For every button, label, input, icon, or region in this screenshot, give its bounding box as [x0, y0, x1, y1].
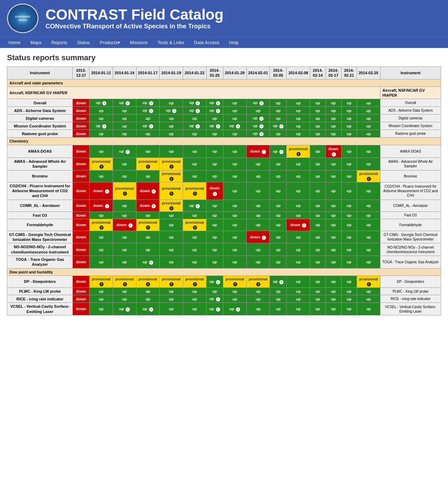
cell-rice-14[interactable]: up	[341, 295, 357, 303]
cell-plwc-9[interactable]: up	[246, 287, 270, 295]
info-icon[interactable]: i	[196, 101, 200, 105]
cell-toga-15[interactable]: up	[357, 256, 380, 269]
cell-radome-14[interactable]: up	[341, 130, 357, 138]
info-icon[interactable]: i	[169, 282, 174, 286]
cell-form-11[interactable]: down i	[287, 219, 310, 231]
cell-overall-11[interactable]: up	[287, 99, 310, 107]
cell-awas-15[interactable]: up	[357, 158, 380, 171]
info-icon[interactable]: i	[193, 192, 197, 196]
cell-co2ch4-7[interactable]: down i	[206, 182, 223, 200]
cell-rice-7[interactable]: up i	[206, 295, 223, 303]
cell-fasto3-7[interactable]: up	[206, 211, 223, 219]
cell-co2ch4-4[interactable]: down i	[136, 182, 160, 200]
info-icon[interactable]: i	[152, 189, 156, 194]
cell-fasto3-9[interactable]: up	[246, 211, 270, 219]
cell-ads-15[interactable]: up	[357, 107, 380, 114]
cell-toga-10[interactable]: up	[270, 256, 287, 269]
info-icon[interactable]: i	[123, 192, 127, 196]
cell-toga-5[interactable]: up	[160, 256, 183, 269]
cell-awas-2[interactable]: provisional i	[90, 158, 113, 171]
cell-vcsel-1[interactable]: down	[73, 303, 90, 315]
cell-form-4[interactable]: provisional i	[136, 219, 160, 231]
cell-gtcims-2[interactable]: up	[90, 231, 113, 243]
info-icon[interactable]: i	[216, 307, 220, 312]
info-icon[interactable]: i	[126, 101, 130, 105]
cell-bromine-7[interactable]: up	[206, 170, 223, 182]
cell-cameras-9[interactable]: up i	[246, 114, 270, 122]
cell-dp-13[interactable]: up	[326, 276, 341, 287]
info-icon[interactable]: i	[216, 280, 220, 284]
cell-cameras-7[interactable]: up	[206, 114, 223, 122]
cell-radome-1[interactable]: down	[73, 130, 90, 138]
cell-gtcims-9[interactable]: down i	[246, 231, 270, 243]
cell-gtcims-7[interactable]: up	[206, 231, 223, 243]
nav-home[interactable]: Home	[4, 37, 26, 48]
cell-toga-6[interactable]: up	[183, 256, 206, 269]
cell-comr-7[interactable]: up	[206, 200, 223, 211]
cell-awas-4[interactable]: provisional i	[136, 158, 160, 171]
cell-comr-9[interactable]: up	[246, 200, 270, 211]
cell-cameras-8[interactable]: up	[223, 114, 246, 122]
cell-vcsel-7[interactable]: up i	[206, 303, 223, 315]
cell-nono2-1[interactable]: down	[73, 243, 90, 256]
cell-gtcims-13[interactable]: up	[326, 231, 341, 243]
cell-co2ch4-11[interactable]: up	[287, 182, 310, 200]
cell-co2ch4-6[interactable]: provisional i	[183, 182, 206, 200]
info-icon[interactable]: i	[99, 282, 104, 286]
cell-cameras-11[interactable]: up	[287, 114, 310, 122]
cell-fasto3-14[interactable]: up	[341, 211, 357, 219]
info-icon[interactable]: i	[149, 109, 153, 113]
info-icon[interactable]: i	[259, 117, 264, 121]
info-icon[interactable]: i	[102, 124, 106, 128]
cell-amax-13[interactable]: down i	[326, 145, 341, 158]
cell-mcs-11[interactable]: up	[287, 122, 310, 130]
cell-fasto3-5[interactable]: up	[160, 211, 183, 219]
cell-gtcims-8[interactable]: up	[223, 231, 246, 243]
cell-plwc-14[interactable]: up	[341, 287, 357, 295]
cell-vcsel-9[interactable]: up	[246, 303, 270, 315]
cell-amax-14[interactable]: up	[341, 145, 357, 158]
cell-mcs-13[interactable]: up	[326, 122, 341, 130]
info-icon[interactable]: i	[169, 177, 174, 181]
info-icon[interactable]: i	[279, 280, 284, 284]
cell-mcs-15[interactable]: up	[357, 122, 380, 130]
cell-dp-7[interactable]: up i	[206, 276, 223, 287]
cell-co2ch4-1[interactable]: down	[73, 182, 90, 200]
cell-dp-15[interactable]: provisional i	[357, 276, 380, 287]
cell-vcsel-2[interactable]: up	[90, 303, 113, 315]
cell-overall-8[interactable]: up	[223, 99, 246, 107]
cell-bromine-3[interactable]: up	[113, 170, 136, 182]
cell-toga-8[interactable]: up	[223, 256, 246, 269]
cell-nono2-15[interactable]: up	[357, 243, 380, 256]
cell-plwc-10[interactable]: up	[270, 287, 287, 295]
cell-form-8[interactable]: up	[223, 219, 246, 231]
cell-fasto3-13[interactable]: up	[326, 211, 341, 219]
cell-form-5[interactable]: up	[160, 219, 183, 231]
cell-ads-10[interactable]: up	[270, 107, 287, 114]
cell-overall-3[interactable]: up i	[113, 99, 136, 107]
cell-overall-4[interactable]: up i	[136, 99, 160, 107]
info-icon[interactable]: i	[149, 101, 153, 105]
info-icon[interactable]: i	[256, 282, 260, 286]
info-icon[interactable]: i	[259, 124, 264, 128]
cell-form-15[interactable]: up	[357, 219, 380, 231]
cell-amax-10[interactable]: up i	[270, 145, 287, 158]
cell-rice-5[interactable]: up	[160, 295, 183, 303]
cell-toga-4[interactable]: up i	[136, 256, 160, 269]
cell-toga-13[interactable]: up	[326, 256, 341, 269]
cell-ads-12[interactable]: up	[310, 107, 326, 114]
info-icon[interactable]: i	[279, 124, 284, 128]
cell-awas-1[interactable]: down	[73, 158, 90, 171]
info-icon[interactable]: i	[149, 124, 153, 128]
cell-nono2-11[interactable]: up	[287, 243, 310, 256]
info-icon[interactable]: i	[193, 225, 197, 230]
info-icon[interactable]: i	[169, 206, 174, 210]
cell-toga-7[interactable]: up	[206, 256, 223, 269]
cell-ads-8[interactable]: up	[223, 107, 246, 114]
info-icon[interactable]: i	[262, 150, 266, 154]
cell-rice-8[interactable]: up	[223, 295, 246, 303]
cell-awas-11[interactable]: up	[287, 158, 310, 171]
nav-tools[interactable]: Tools & Links	[153, 37, 189, 48]
cell-plwc-3[interactable]: up	[113, 287, 136, 295]
info-icon[interactable]: i	[216, 297, 220, 301]
